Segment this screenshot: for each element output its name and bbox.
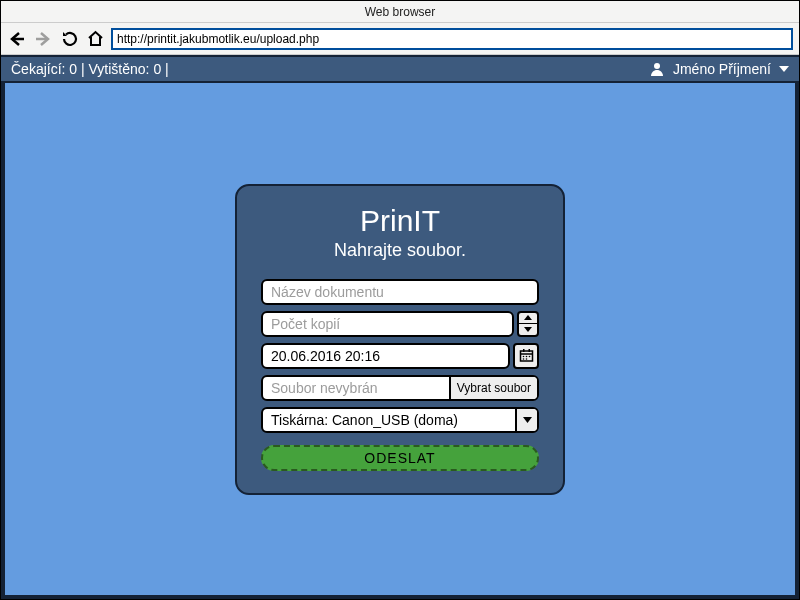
back-button[interactable] — [7, 29, 27, 49]
svg-point-11 — [525, 358, 527, 360]
chevron-down-icon — [779, 64, 789, 74]
stepper-down[interactable] — [519, 324, 537, 335]
svg-point-2 — [654, 63, 660, 69]
card-subtitle: Nahrajte soubor. — [261, 240, 539, 261]
calendar-icon — [519, 348, 534, 363]
browser-toolbar — [1, 23, 799, 55]
file-placeholder: Soubor nevybrán — [263, 377, 449, 399]
queue-status: Čekající: 0 | Vytištěno: 0 | — [11, 61, 649, 77]
reload-button[interactable] — [59, 29, 79, 49]
file-input: Soubor nevybrán Vybrat soubor — [261, 375, 539, 401]
copies-input[interactable] — [261, 311, 514, 337]
svg-rect-5 — [523, 349, 525, 352]
upload-card: PrinIT Nahrajte soubor. 20.06.2016 20:16 — [235, 184, 565, 495]
window-title: Web browser — [1, 1, 799, 23]
datetime-input[interactable]: 20.06.2016 20:16 — [261, 343, 510, 369]
calendar-button[interactable] — [513, 343, 539, 369]
copies-stepper — [517, 311, 539, 337]
chevron-down-icon — [523, 417, 532, 423]
stepper-up[interactable] — [519, 313, 537, 325]
svg-point-7 — [522, 356, 524, 358]
page-content: PrinIT Nahrajte soubor. 20.06.2016 20:16 — [1, 83, 799, 599]
user-menu[interactable]: Jméno Příjmení — [649, 61, 789, 77]
app-header: Čekající: 0 | Vytištěno: 0 | Jméno Příjm… — [1, 55, 799, 83]
svg-point-9 — [528, 356, 530, 358]
svg-point-8 — [525, 356, 527, 358]
user-icon — [649, 61, 665, 77]
printer-select-value: Tiskárna: Canon_USB (doma) — [263, 409, 515, 431]
printer-select-arrow — [515, 409, 537, 431]
app-title: PrinIT — [261, 204, 539, 238]
svg-point-10 — [522, 358, 524, 360]
user-name-label: Jméno Příjmení — [673, 61, 771, 77]
svg-rect-6 — [528, 349, 530, 352]
address-bar[interactable] — [111, 28, 793, 50]
forward-button[interactable] — [33, 29, 53, 49]
submit-button[interactable]: ODESLAT — [261, 445, 539, 471]
file-browse-button[interactable]: Vybrat soubor — [449, 377, 537, 399]
document-name-input[interactable] — [261, 279, 539, 305]
home-button[interactable] — [85, 29, 105, 49]
printer-select[interactable]: Tiskárna: Canon_USB (doma) — [261, 407, 539, 433]
